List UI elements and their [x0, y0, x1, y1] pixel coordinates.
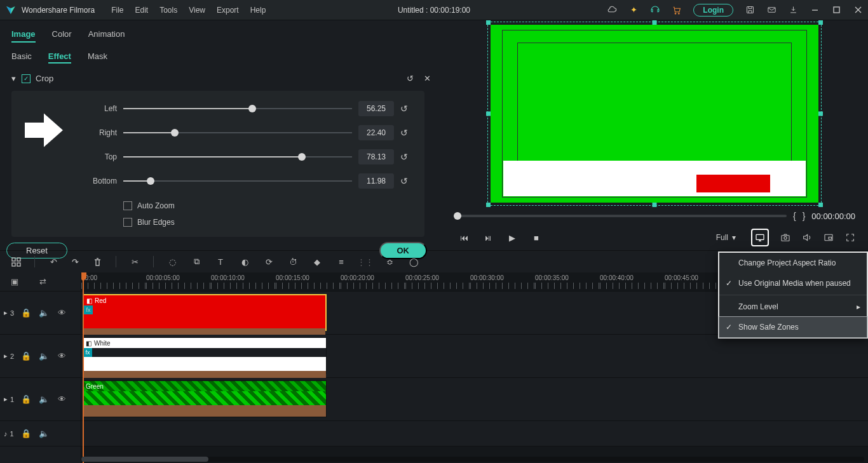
clip-red[interactable]: ◧Red fx: [83, 294, 327, 331]
cut-icon[interactable]: ✂: [129, 256, 140, 267]
lock-icon[interactable]: 🔒: [20, 351, 32, 361]
cloud-icon[interactable]: [607, 5, 617, 15]
save-icon[interactable]: [745, 5, 755, 15]
text-icon[interactable]: T: [215, 256, 226, 267]
blur-edges-row[interactable]: ✓ Blur Edges: [123, 218, 408, 227]
redo-icon[interactable]: ↷: [72, 257, 79, 267]
prev-frame-icon[interactable]: ⏮: [459, 232, 469, 243]
scrubber-thumb[interactable]: [454, 212, 461, 220]
window-minimize-icon[interactable]: [810, 5, 820, 15]
crop-bottom-slider[interactable]: [123, 180, 352, 182]
snapshot-icon[interactable]: [780, 232, 790, 243]
lock-icon[interactable]: 🔒: [20, 429, 32, 438]
crop-right-value[interactable]: 22.40: [358, 125, 394, 140]
subtab-mask[interactable]: Mask: [88, 51, 107, 64]
crop-left-reset-icon[interactable]: ↺: [400, 104, 408, 114]
menu-view[interactable]: View: [189, 6, 205, 15]
crop-right-reset-icon[interactable]: ↺: [400, 128, 408, 138]
auto-zoom-row[interactable]: ✓ Auto Zoom: [123, 201, 408, 210]
crop-section-header[interactable]: ▾ ✓ Crop ↺ ✕: [0, 70, 441, 87]
subtab-effect[interactable]: Effect: [48, 51, 71, 64]
grid-icon[interactable]: [10, 256, 22, 267]
reset-section-icon[interactable]: ↺: [407, 74, 414, 83]
timer-icon[interactable]: ⏱: [287, 256, 299, 267]
link-icon[interactable]: ⇄: [37, 277, 48, 286]
visibility-icon[interactable]: 👁: [56, 351, 67, 361]
tab-image[interactable]: Image: [11, 29, 36, 43]
preview-canvas[interactable]: [441, 20, 868, 207]
stop-icon[interactable]: ■: [531, 232, 541, 243]
clip-green[interactable]: Green: [83, 380, 327, 417]
adjust-icon[interactable]: ≡: [336, 256, 347, 267]
scrubber-track[interactable]: [454, 215, 787, 217]
menu-tools[interactable]: Tools: [159, 6, 177, 15]
play-pause-icon[interactable]: ⏯: [483, 232, 493, 243]
clip-white[interactable]: ◧White fx: [83, 337, 327, 374]
crop-top-slider[interactable]: [123, 156, 352, 158]
visibility-icon[interactable]: 👁: [56, 394, 67, 404]
tab-animation[interactable]: Animation: [88, 29, 125, 43]
playhead[interactable]: [83, 272, 84, 463]
color-icon[interactable]: ◐: [239, 256, 250, 267]
headphones-icon[interactable]: [650, 5, 660, 15]
crop-left-value[interactable]: 56.25: [358, 101, 394, 116]
pip-icon[interactable]: [824, 232, 834, 243]
clip-fx-icon[interactable]: fx: [84, 305, 93, 314]
tab-color[interactable]: Color: [52, 29, 72, 43]
blur-edges-checkbox[interactable]: ✓: [123, 218, 132, 227]
close-section-icon[interactable]: ✕: [424, 74, 431, 83]
keyframe-diamond-icon[interactable]: ◆: [311, 256, 323, 267]
crop-left-slider[interactable]: [123, 108, 352, 109]
play-icon[interactable]: ▶: [507, 232, 517, 243]
mark-out-icon[interactable]: }: [803, 211, 806, 221]
download-icon[interactable]: [788, 5, 798, 15]
marker-icon[interactable]: ◯: [408, 256, 419, 267]
transform-bounding-box[interactable]: [487, 22, 822, 206]
crop-bottom-value[interactable]: 11.98: [358, 173, 394, 189]
menu-edit[interactable]: Edit: [135, 6, 149, 15]
mark-in-icon[interactable]: {: [793, 211, 796, 221]
mute-icon[interactable]: 🔈: [38, 308, 50, 318]
volume-icon[interactable]: [802, 232, 812, 243]
menu-export[interactable]: Export: [217, 6, 239, 15]
mixer-icon[interactable]: ≎: [384, 256, 395, 267]
visibility-icon[interactable]: 👁: [56, 308, 67, 318]
lightbulb-icon[interactable]: ✦: [628, 5, 639, 15]
thumbnail-mode-icon[interactable]: ▣: [9, 277, 20, 286]
track-audio-1[interactable]: [81, 421, 868, 446]
crop-right-slider[interactable]: [123, 132, 352, 133]
display-settings-button[interactable]: [751, 229, 769, 246]
crop-tool-icon[interactable]: ⧉: [191, 256, 202, 267]
cm-use-original-media[interactable]: ✓Use Original Media when paused: [719, 273, 867, 293]
auto-zoom-checkbox[interactable]: ✓: [123, 201, 132, 210]
undo-icon[interactable]: ↶: [48, 256, 59, 267]
track-1[interactable]: Green: [81, 378, 868, 421]
cart-icon[interactable]: [672, 5, 682, 15]
mute-icon[interactable]: 🔈: [38, 429, 50, 438]
fullscreen-icon[interactable]: [845, 232, 855, 243]
cm-zoom-level[interactable]: Zoom Level▸: [719, 297, 867, 317]
resolution-select[interactable]: Full ▾: [712, 232, 740, 243]
timeline-hscroll[interactable]: [81, 457, 864, 462]
audio-wave-icon[interactable]: ⋮⋮: [360, 256, 371, 267]
speed-icon[interactable]: ⟳: [263, 256, 275, 267]
track-2[interactable]: ◧White fx: [81, 335, 868, 378]
window-maximize-icon[interactable]: [831, 5, 841, 15]
crop-top-reset-icon[interactable]: ↺: [400, 152, 408, 162]
mute-icon[interactable]: 🔈: [38, 351, 50, 361]
cm-change-aspect[interactable]: Change Project Aspect Ratio: [719, 253, 867, 273]
mail-icon[interactable]: [766, 5, 776, 15]
menu-file[interactable]: File: [111, 6, 123, 15]
window-close-icon[interactable]: [853, 5, 863, 15]
crop-bottom-reset-icon[interactable]: ↺: [400, 176, 408, 186]
tag-icon[interactable]: ◌: [166, 256, 178, 267]
subtab-basic[interactable]: Basic: [11, 51, 32, 64]
menu-help[interactable]: Help: [250, 6, 266, 15]
trash-icon[interactable]: [92, 256, 103, 267]
lock-icon[interactable]: 🔒: [20, 308, 32, 318]
mute-icon[interactable]: 🔈: [38, 394, 50, 404]
timeline-hscroll-thumb[interactable]: [81, 457, 208, 462]
cm-show-safe-zones[interactable]: ✓Show Safe Zones: [719, 317, 867, 337]
clip-fx-icon[interactable]: fx: [83, 348, 92, 357]
login-button[interactable]: Login: [693, 4, 733, 17]
